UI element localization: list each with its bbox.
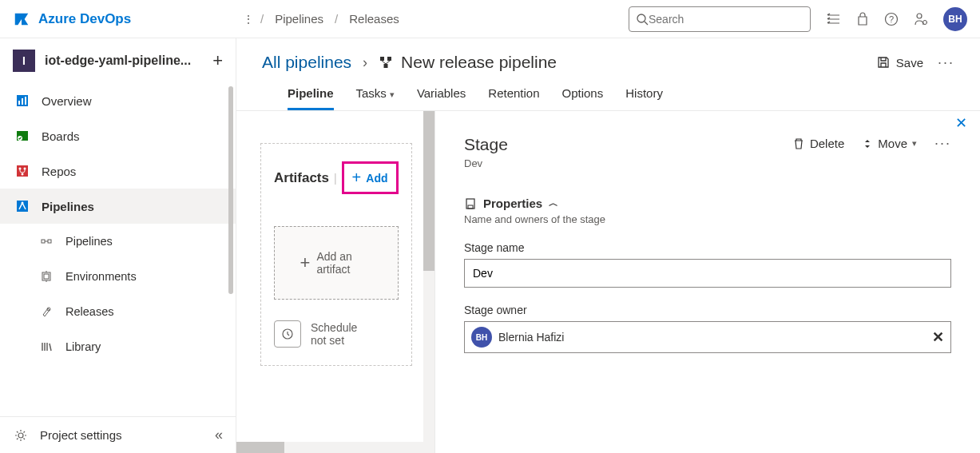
save-icon xyxy=(877,56,890,69)
svg-rect-19 xyxy=(48,240,51,243)
delete-label: Delete xyxy=(810,137,844,150)
sidebar-sub-library[interactable]: Library xyxy=(0,329,236,364)
more-actions-button[interactable]: ··· xyxy=(938,54,954,71)
user-avatar[interactable]: BH xyxy=(943,7,967,31)
designer-hscroll-thumb[interactable] xyxy=(236,442,284,453)
shopping-bag-icon[interactable] xyxy=(855,12,870,26)
tab-pipeline[interactable]: Pipeline xyxy=(288,86,334,110)
svg-rect-7 xyxy=(18,101,20,105)
chevron-up-icon: ︿ xyxy=(549,197,558,210)
tab-variables[interactable]: Variables xyxy=(417,86,466,110)
crumb-separator: / xyxy=(260,12,264,26)
sidebar-label: Pipelines xyxy=(65,235,113,248)
svg-rect-32 xyxy=(387,57,391,61)
move-label: Move xyxy=(878,137,907,150)
close-panel-button[interactable]: ✕ xyxy=(955,114,967,132)
sidebar-sub-releases[interactable]: Releases xyxy=(0,294,236,329)
svg-rect-22 xyxy=(44,274,49,279)
move-icon xyxy=(862,138,873,149)
sidebar-item-repos[interactable]: Repos xyxy=(0,153,236,189)
svg-line-1 xyxy=(645,22,648,25)
settings-label: Project settings xyxy=(40,428,122,442)
pipelines-icon xyxy=(14,198,30,214)
svg-text:?: ? xyxy=(889,14,894,24)
add-artifact-button[interactable]: + Add xyxy=(342,161,399,194)
search-input[interactable] xyxy=(649,13,803,26)
overview-icon xyxy=(14,93,30,109)
add-label: Add xyxy=(366,172,387,185)
svg-rect-8 xyxy=(22,98,23,105)
svg-line-34 xyxy=(382,61,386,64)
stage-owner-field[interactable]: BH Blernia Hafizi ✕ xyxy=(464,321,951,353)
more-vertical-icon[interactable]: ⋮ xyxy=(236,13,260,26)
sidebar-scrollbar[interactable] xyxy=(228,86,233,294)
clock-icon xyxy=(274,320,301,348)
schedule-row[interactable]: Schedule not set xyxy=(274,320,399,348)
project-settings-button[interactable]: Project settings « xyxy=(0,416,236,453)
pipeline-type-icon xyxy=(379,55,393,70)
properties-header[interactable]: Properties ︿ xyxy=(464,197,951,210)
sidebar-item-pipelines[interactable]: Pipelines xyxy=(0,189,236,224)
svg-rect-38 xyxy=(468,205,473,209)
more-stage-actions[interactable]: ··· xyxy=(934,135,951,152)
svg-rect-9 xyxy=(25,97,26,105)
tab-retention[interactable]: Retention xyxy=(488,86,539,110)
breadcrumb-pipelines[interactable]: Pipelines xyxy=(275,12,323,26)
sidebar-sub-environments[interactable]: Environments xyxy=(0,259,236,294)
sidebar-label: Library xyxy=(65,340,101,353)
breadcrumb-all-pipelines[interactable]: All pipelines xyxy=(262,53,351,72)
svg-rect-33 xyxy=(384,64,388,68)
artifacts-container: Artifacts | + Add + Add an artifact Sche… xyxy=(260,143,412,366)
properties-label: Properties xyxy=(483,197,542,210)
clear-owner-button[interactable]: ✕ xyxy=(932,328,944,346)
add-project-button[interactable]: + xyxy=(212,50,223,71)
svg-line-29 xyxy=(50,344,51,351)
tab-history[interactable]: History xyxy=(625,86,663,110)
crumb-separator: / xyxy=(335,12,338,26)
brand-label[interactable]: Azure DevOps xyxy=(38,11,131,27)
project-name[interactable]: iot-edge-yaml-pipeline... xyxy=(45,54,203,68)
move-stage-button[interactable]: Move ▾ xyxy=(862,137,917,150)
designer-vscroll-thumb[interactable] xyxy=(423,111,434,271)
gear-icon xyxy=(13,427,29,443)
stage-subheading: Dev xyxy=(464,157,508,169)
pipelines-sub-icon xyxy=(38,233,54,249)
stage-name-input[interactable] xyxy=(464,259,951,288)
svg-point-15 xyxy=(22,173,24,176)
list-icon[interactable] xyxy=(827,12,841,26)
properties-description: Name and owners of the stage xyxy=(464,213,951,225)
breadcrumb-releases[interactable]: Releases xyxy=(349,12,399,26)
add-artifact-tile[interactable]: + Add an artifact xyxy=(274,226,399,300)
library-icon xyxy=(38,339,54,355)
chevron-down-icon: ▾ xyxy=(912,138,917,149)
sidebar-label: Pipelines xyxy=(42,200,94,213)
sidebar-label: Boards xyxy=(42,129,80,143)
stage-owner-label: Stage owner xyxy=(464,304,951,316)
sidebar-label: Overview xyxy=(42,94,92,108)
collapse-icon[interactable]: « xyxy=(215,427,223,443)
save-button[interactable]: Save xyxy=(877,56,923,70)
chevron-right-icon: › xyxy=(363,54,367,71)
search-input-wrapper[interactable] xyxy=(629,6,811,32)
add-tile-label: Add an artifact xyxy=(316,250,372,276)
sidebar-item-boards[interactable]: Boards xyxy=(0,118,236,153)
sidebar-sub-pipelines[interactable]: Pipelines xyxy=(0,224,236,259)
plus-icon: + xyxy=(300,252,311,273)
stage-heading: Stage xyxy=(464,135,508,154)
tab-tasks[interactable]: Tasks▾ xyxy=(356,86,395,110)
help-icon[interactable]: ? xyxy=(884,12,899,26)
delete-stage-button[interactable]: Delete xyxy=(792,137,844,150)
sidebar-label: Releases xyxy=(65,305,113,318)
schedule-label: Schedule not set xyxy=(311,321,375,347)
user-settings-icon[interactable] xyxy=(913,11,929,27)
project-icon[interactable]: I xyxy=(13,50,35,72)
artifacts-heading: Artifacts xyxy=(274,170,329,186)
sidebar-item-overview[interactable]: Overview xyxy=(0,83,236,118)
stage-name-label: Stage name xyxy=(464,241,951,254)
chevron-down-icon: ▾ xyxy=(390,89,395,99)
svg-point-17 xyxy=(22,202,24,205)
azure-logo-icon xyxy=(13,10,30,28)
trash-icon xyxy=(792,137,805,150)
tab-options[interactable]: Options xyxy=(562,86,604,110)
environments-icon xyxy=(38,268,54,284)
